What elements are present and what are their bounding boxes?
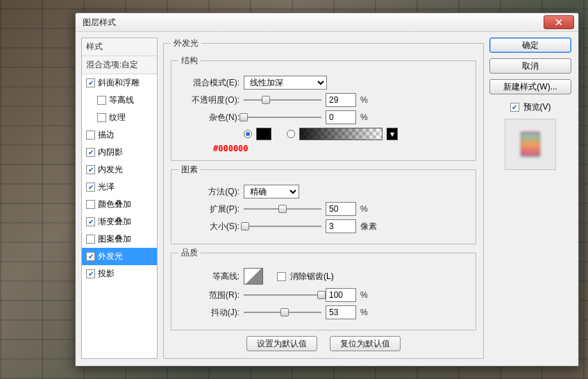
spread-label: 扩展(P): bbox=[178, 203, 240, 215]
antialias-checkbox[interactable] bbox=[277, 272, 286, 281]
technique-label: 方法(Q): bbox=[178, 186, 240, 198]
style-checkbox[interactable] bbox=[86, 165, 95, 174]
style-row-label: 颜色叠加 bbox=[98, 199, 131, 210]
noise-label: 杂色(N): bbox=[178, 112, 240, 124]
style-row-label: 外发光 bbox=[98, 251, 123, 262]
style-row-7[interactable]: 颜色叠加 bbox=[82, 196, 157, 213]
style-row-1[interactable]: 等高线 bbox=[82, 92, 157, 109]
noise-slider[interactable] bbox=[244, 112, 321, 122]
elements-legend: 图素 bbox=[178, 164, 201, 176]
color-swatch[interactable] bbox=[256, 128, 271, 140]
opacity-label: 不透明度(O): bbox=[178, 94, 240, 106]
style-row-4[interactable]: 内阴影 bbox=[82, 144, 157, 161]
style-checkbox[interactable] bbox=[86, 235, 95, 244]
blend-mode-label: 混合模式(E): bbox=[178, 77, 240, 89]
spread-slider[interactable] bbox=[244, 204, 321, 214]
cancel-button[interactable]: 取消 bbox=[489, 58, 571, 74]
contour-picker[interactable] bbox=[244, 268, 263, 285]
opacity-slider[interactable] bbox=[244, 95, 321, 105]
style-row-2[interactable]: 纹理 bbox=[82, 109, 157, 126]
style-list: 样式 混合选项:自定 斜面和浮雕等高线纹理描边内阴影内发光光泽颜色叠加渐变叠加图… bbox=[81, 37, 158, 359]
options-panel: 外发光 结构 混合模式(E): 线性加深 不透明度(O): bbox=[163, 37, 484, 359]
style-row-label: 投影 bbox=[98, 268, 115, 280]
noise-unit: % bbox=[360, 112, 368, 122]
dialog-body: 样式 混合选项:自定 斜面和浮雕等高线纹理描边内阴影内发光光泽颜色叠加渐变叠加图… bbox=[76, 32, 578, 366]
style-row-label: 内阴影 bbox=[98, 146, 123, 158]
size-slider[interactable] bbox=[244, 221, 321, 231]
style-list-header[interactable]: 样式 bbox=[82, 38, 157, 56]
range-label: 范围(R): bbox=[178, 289, 240, 301]
style-checkbox[interactable] bbox=[86, 200, 95, 209]
range-unit: % bbox=[360, 290, 368, 300]
style-row-label: 图案叠加 bbox=[98, 233, 131, 245]
titlebar[interactable]: 图层样式 bbox=[76, 13, 578, 32]
range-input[interactable] bbox=[326, 288, 356, 302]
blend-mode-select[interactable]: 线性加深 bbox=[244, 76, 327, 90]
style-checkbox[interactable] bbox=[86, 130, 95, 140]
quality-legend: 品质 bbox=[178, 247, 201, 259]
technique-select[interactable]: 精确 bbox=[244, 185, 299, 199]
style-checkbox[interactable] bbox=[97, 113, 106, 122]
reset-default-button[interactable]: 复位为默认值 bbox=[330, 336, 401, 351]
style-row-5[interactable]: 内发光 bbox=[82, 161, 157, 178]
preview-checkbox[interactable] bbox=[510, 103, 519, 112]
style-row-3[interactable]: 描边 bbox=[82, 126, 157, 144]
new-style-button[interactable]: 新建样式(W)... bbox=[489, 79, 571, 94]
jitter-input[interactable] bbox=[326, 305, 356, 319]
gradient-dropdown-button[interactable]: ▾ bbox=[387, 128, 398, 140]
color-gradient-radio[interactable] bbox=[287, 130, 295, 138]
style-checkbox[interactable] bbox=[86, 183, 95, 192]
style-row-label: 斜面和浮雕 bbox=[98, 77, 140, 89]
style-row-label: 等高线 bbox=[109, 94, 134, 106]
style-row-label: 描边 bbox=[98, 129, 115, 141]
size-label: 大小(S): bbox=[178, 221, 240, 233]
preview-thumbnail bbox=[505, 119, 556, 170]
structure-group: 结构 混合模式(E): 线性加深 不透明度(O): % bbox=[171, 55, 476, 161]
style-row-10[interactable]: 外发光 bbox=[82, 248, 157, 265]
color-solid-radio[interactable] bbox=[244, 130, 252, 138]
spread-unit: % bbox=[360, 204, 368, 214]
style-row-label: 内发光 bbox=[98, 164, 123, 176]
close-button[interactable] bbox=[544, 15, 574, 29]
right-column: 确定 取消 新建样式(W)... 预览(V) bbox=[489, 37, 571, 359]
structure-legend: 结构 bbox=[178, 55, 201, 67]
close-icon bbox=[555, 19, 562, 26]
outer-glow-group: 外发光 结构 混合模式(E): 线性加深 不透明度(O): bbox=[163, 37, 484, 359]
style-checkbox[interactable] bbox=[97, 96, 106, 105]
style-checkbox[interactable] bbox=[86, 78, 95, 87]
dialog-title: 图层样式 bbox=[83, 17, 116, 28]
style-checkbox[interactable] bbox=[86, 252, 95, 261]
style-checkbox[interactable] bbox=[86, 217, 95, 226]
style-row-label: 光泽 bbox=[98, 181, 115, 193]
style-row-11[interactable]: 投影 bbox=[82, 265, 157, 283]
noise-input[interactable] bbox=[326, 110, 356, 124]
style-row-8[interactable]: 渐变叠加 bbox=[82, 213, 157, 230]
jitter-slider[interactable] bbox=[244, 308, 321, 317]
style-row-label: 渐变叠加 bbox=[98, 216, 131, 228]
layer-style-dialog: 图层样式 样式 混合选项:自定 斜面和浮雕等高线纹理描边内阴影内发光光泽颜色叠加… bbox=[75, 12, 579, 367]
spread-input[interactable] bbox=[326, 202, 356, 216]
jitter-label: 抖动(J): bbox=[178, 307, 240, 319]
style-row-9[interactable]: 图案叠加 bbox=[82, 230, 157, 248]
antialias-label: 消除锯齿(L) bbox=[290, 271, 334, 283]
color-hex-annotation: #000000 bbox=[213, 144, 469, 153]
blending-options-row[interactable]: 混合选项:自定 bbox=[82, 56, 157, 74]
opacity-unit: % bbox=[360, 95, 368, 105]
panel-title: 外发光 bbox=[171, 37, 201, 49]
elements-group: 图素 方法(Q): 精确 扩展(P): % 大小(S): bbox=[171, 164, 476, 244]
ok-button[interactable]: 确定 bbox=[489, 37, 571, 53]
size-input[interactable] bbox=[326, 219, 356, 233]
contour-label: 等高线: bbox=[178, 271, 240, 283]
set-default-button[interactable]: 设置为默认值 bbox=[246, 336, 317, 351]
preview-label: 预览(V) bbox=[523, 101, 551, 113]
size-unit: 像素 bbox=[360, 221, 377, 233]
style-row-0[interactable]: 斜面和浮雕 bbox=[82, 74, 157, 92]
jitter-unit: % bbox=[360, 308, 368, 317]
style-checkbox[interactable] bbox=[86, 148, 95, 157]
style-checkbox[interactable] bbox=[86, 269, 95, 278]
gradient-picker[interactable] bbox=[299, 128, 383, 140]
range-slider[interactable] bbox=[244, 290, 321, 300]
opacity-input[interactable] bbox=[326, 93, 356, 107]
style-row-label: 纹理 bbox=[109, 112, 126, 124]
style-row-6[interactable]: 光泽 bbox=[82, 178, 157, 196]
